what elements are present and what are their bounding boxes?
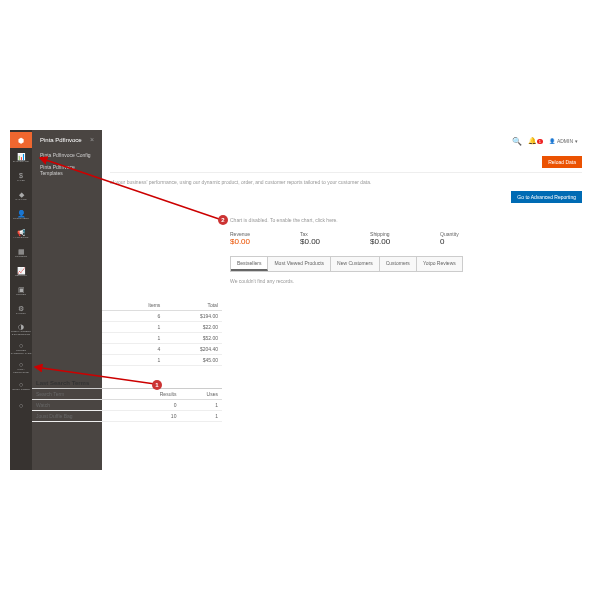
- sidebar-partners[interactable]: ◑FIND PARTNERS & EXTENSIONS: [10, 320, 32, 338]
- sidebar-system[interactable]: ⚙SYSTEM: [10, 301, 32, 319]
- tab-bestsellers[interactable]: Bestsellers: [231, 257, 268, 271]
- sidebar-sales[interactable]: $SALES: [10, 168, 32, 186]
- person-icon: 👤: [17, 209, 25, 217]
- sidebar-extra[interactable]: ○: [10, 396, 32, 414]
- tab-customers[interactable]: Customers: [380, 257, 417, 271]
- chart-disabled-note[interactable]: Chart is disabled. To enable the chart, …: [230, 217, 582, 223]
- sidebar-pinta-pdfinvoice[interactable]: ○PINTA PDFINVOICE: [10, 358, 32, 376]
- chart-area: Chart is disabled. To enable the chart, …: [110, 209, 582, 294]
- sidebar-quick-order[interactable]: ○QUICK ORDER: [10, 377, 32, 395]
- table-row[interactable]: 1$45.00: [102, 355, 222, 366]
- reports-icon: 📈: [17, 266, 25, 274]
- annotation-marker-2: 2: [218, 215, 228, 225]
- table-row[interactable]: Joust Duffle Bag101: [32, 411, 222, 422]
- sidebar-customers[interactable]: 👤CUSTOMERS: [10, 206, 32, 224]
- table-row[interactable]: 1$52.00: [102, 333, 222, 344]
- sidebar-dashboard[interactable]: 📊DASHBOARD: [10, 149, 32, 167]
- partners-icon: ◑: [17, 322, 25, 330]
- description-text: of your business' performance, using our…: [110, 172, 582, 191]
- magento-icon: ⬢: [17, 136, 25, 144]
- sidebar-content[interactable]: ▦CONTENT: [10, 244, 32, 262]
- metric-quantity: Quantity0: [440, 231, 459, 246]
- tab-most-viewed[interactable]: Most Viewed Products: [268, 257, 331, 271]
- flyout-title: Pinta Pdfinvoce ×: [40, 136, 94, 143]
- metric-tax: Tax$0.00: [300, 231, 320, 246]
- circle-icon: ○: [17, 341, 25, 349]
- advanced-reporting-button[interactable]: Go to Advanced Reporting: [511, 191, 582, 203]
- circle-icon: ○: [17, 360, 25, 368]
- search-icon[interactable]: 🔍: [512, 137, 522, 146]
- dollar-icon: $: [17, 171, 25, 179]
- stores-icon: ▣: [17, 285, 25, 293]
- table-row[interactable]: 4$204.40: [102, 344, 222, 355]
- circle-icon: ○: [17, 380, 25, 388]
- notifications-icon[interactable]: 🔔1: [528, 137, 543, 145]
- sidebar-catalog[interactable]: ◆CATALOG: [10, 187, 32, 205]
- tab-new-customers[interactable]: New Customers: [331, 257, 380, 271]
- flyout-templates[interactable]: Pinta Pdfinvoce Templates: [40, 161, 94, 179]
- tab-empty-message: We couldn't find any records.: [230, 272, 582, 290]
- sidebar-category-tabs[interactable]: ○STORES CATEGORY TABS: [10, 339, 32, 357]
- table-row[interactable]: 6$194.00: [102, 311, 222, 322]
- metric-revenue: Revenue$0.00: [230, 231, 250, 246]
- reload-data-button[interactable]: Reload Data: [542, 156, 582, 168]
- sidebar-marketing[interactable]: 📢MARKETING: [10, 225, 32, 243]
- dashboard-icon: 📊: [17, 152, 25, 160]
- orders-grid: ItemsTotal 6$194.00 1$22.00 1$52.00 4$20…: [102, 300, 222, 366]
- last-search-terms: Last Search Terms Search TermResultsUses…: [32, 378, 222, 422]
- admin-sidebar: ⬢ 📊DASHBOARD $SALES ◆CATALOG 👤CUSTOMERS …: [10, 130, 32, 470]
- metric-shipping: Shipping$0.00: [370, 231, 390, 246]
- megaphone-icon: 📢: [17, 228, 25, 236]
- sidebar-reports[interactable]: 📈REPORTS: [10, 263, 32, 281]
- annotation-marker-1: 1: [152, 380, 162, 390]
- flyout-config[interactable]: Pinta Pdfinvoce Config: [40, 149, 94, 161]
- catalog-icon: ◆: [17, 190, 25, 198]
- close-icon[interactable]: ×: [90, 136, 94, 143]
- search-terms-title: Last Search Terms: [32, 378, 222, 389]
- gear-icon: ⚙: [17, 304, 25, 312]
- top-bar: 🔍 🔔1 👤 ADMIN ▾: [110, 130, 582, 152]
- metrics-row: Revenue$0.00 Tax$0.00 Shipping$0.00 Quan…: [230, 231, 582, 246]
- sidebar-logo[interactable]: ⬢: [10, 132, 32, 148]
- table-row[interactable]: 1$22.00: [102, 322, 222, 333]
- tab-yotpo[interactable]: Yotpo Reviews: [417, 257, 462, 271]
- content-icon: ▦: [17, 247, 25, 255]
- report-tabs: Bestsellers Most Viewed Products New Cus…: [230, 256, 463, 272]
- circle-icon: ○: [17, 401, 25, 409]
- sidebar-stores[interactable]: ▣STORES: [10, 282, 32, 300]
- admin-dropdown[interactable]: 👤 ADMIN ▾: [549, 138, 578, 144]
- table-row[interactable]: Watch01: [32, 400, 222, 411]
